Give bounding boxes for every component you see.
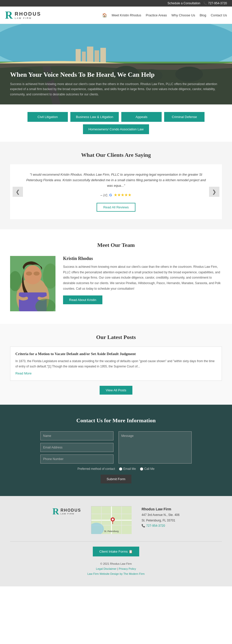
call-me-label: Call Me bbox=[144, 467, 155, 471]
google-icon: G bbox=[109, 193, 112, 197]
hero-body: Success is achieved from knowing more ab… bbox=[10, 82, 222, 97]
designer-link[interactable]: Law Firm Website Design by The Modern Fi… bbox=[88, 572, 145, 575]
copyright: © 2021 Rhodus Law Firm bbox=[10, 561, 222, 566]
logo-text: RHODUS LAW FIRM bbox=[15, 11, 41, 19]
footer-top: R RHODUS LAW FIRM bbox=[10, 506, 222, 534]
author-name: – J.C. bbox=[101, 194, 108, 197]
header: R RHODUS LAW FIRM 🏠 Meet Kristin Rhodus … bbox=[0, 7, 232, 24]
team-member-name: Kristin Rhodus bbox=[63, 256, 222, 261]
email-radio[interactable] bbox=[119, 467, 122, 471]
testimonial-box: ❮ "I would recommend Kristin Rhodus. Rho… bbox=[10, 164, 222, 219]
footer: R RHODUS LAW FIRM bbox=[0, 496, 232, 586]
civil-litigation-btn[interactable]: Civil Litigation bbox=[27, 112, 68, 122]
home-icon[interactable]: 🏠 bbox=[102, 13, 107, 18]
name-field[interactable] bbox=[40, 431, 113, 440]
team-member-bio: Success is achieved from knowing more ab… bbox=[63, 264, 222, 291]
svg-point-32 bbox=[112, 518, 114, 520]
submit-btn[interactable]: Submit Form bbox=[101, 475, 131, 483]
testimonial-prev-btn[interactable]: ❮ bbox=[13, 187, 23, 197]
phone-icon: 📞 bbox=[203, 2, 207, 5]
svg-rect-8 bbox=[100, 48, 106, 64]
testimonial-next-btn[interactable]: ❯ bbox=[209, 187, 219, 197]
footer-logo-sub: LAW FIRM bbox=[61, 513, 81, 515]
schedule-consultation[interactable]: Schedule a Consultation bbox=[167, 2, 200, 5]
call-radio[interactable] bbox=[140, 467, 143, 471]
top-bar: Schedule a Consultation 📞 727-954-3720 bbox=[0, 0, 232, 7]
kristin-photo bbox=[10, 256, 55, 311]
intake-btn[interactable]: Client Intake Forms 📋 bbox=[93, 547, 139, 556]
business-law-btn[interactable]: Business Law & Litigation bbox=[70, 112, 119, 122]
email-me-option[interactable]: Email Me bbox=[119, 467, 136, 471]
posts-heading: Our Latest Posts bbox=[10, 334, 222, 340]
posts-section: Our Latest Posts Criteria for a Motion t… bbox=[0, 324, 232, 405]
hero-section: When Your Voice Needs To Be Heard, We Ca… bbox=[0, 24, 232, 104]
testimonial-author: – J.C. G ★★★★★ bbox=[25, 193, 207, 197]
form-right bbox=[119, 431, 192, 464]
footer-phone-icon: 📞 bbox=[141, 524, 145, 527]
footer-logo-r: R bbox=[52, 506, 59, 517]
view-all-btn[interactable]: View All Posts bbox=[100, 386, 132, 395]
hero-heading: When Your Voice Needs To Be Heard, We Ca… bbox=[10, 71, 222, 79]
team-photo bbox=[10, 256, 55, 311]
logo-name: RHODUS bbox=[15, 11, 41, 17]
footer-map: St. Petersburg bbox=[91, 506, 131, 534]
practice-areas-section: Civil Litigation Business Law & Litigati… bbox=[0, 104, 232, 142]
footer-phone[interactable]: 727-954-3720 bbox=[146, 524, 165, 527]
nav-blog[interactable]: Blog bbox=[200, 13, 206, 17]
nav-practice[interactable]: Practice Areas bbox=[146, 13, 167, 17]
form-left bbox=[40, 431, 113, 464]
logo-sub: LAW FIRM bbox=[15, 17, 41, 19]
logo-r: R bbox=[5, 9, 13, 21]
message-field[interactable] bbox=[119, 431, 192, 464]
footer-bottom: Client Intake Forms 📋 © 2021 Rhodus Law … bbox=[10, 547, 222, 576]
main-nav: 🏠 Meet Kristin Rhodus Practice Areas Why… bbox=[102, 13, 227, 18]
team-info: Kristin Rhodus Success is achieved from … bbox=[63, 256, 222, 304]
logo[interactable]: R RHODUS LAW FIRM bbox=[5, 9, 41, 21]
preferred-label: Preferred method of contact bbox=[77, 467, 115, 471]
footer-address: Rhodus Law Firm 447 3rd Avenue N., Ste. … bbox=[141, 506, 180, 529]
phone-field[interactable] bbox=[40, 454, 113, 464]
firm-name: Rhodus Law Firm bbox=[141, 507, 171, 511]
contact-form bbox=[40, 431, 192, 464]
call-me-option[interactable]: Call Me bbox=[140, 467, 155, 471]
svg-point-19 bbox=[34, 272, 40, 276]
hero-overlay: When Your Voice Needs To Be Heard, We Ca… bbox=[0, 63, 232, 104]
team-heading: Meet Our Team bbox=[10, 242, 222, 248]
footer-divider bbox=[10, 541, 222, 542]
privacy-policy-link[interactable]: Privacy Policy bbox=[119, 567, 136, 570]
footer-logo-name: RHODUS bbox=[61, 508, 81, 513]
read-reviews-btn[interactable]: Read All Reviews bbox=[97, 203, 135, 212]
nav-contact[interactable]: Contact Us bbox=[211, 13, 227, 17]
svg-point-17 bbox=[24, 265, 42, 284]
testimonials-heading: What Our Clients Are Saying bbox=[10, 152, 222, 158]
contact-section: Contact Us for More Information Preferre… bbox=[0, 405, 232, 496]
svg-point-18 bbox=[26, 272, 32, 276]
star-rating: ★★★★★ bbox=[114, 193, 131, 197]
testimonials-section: What Our Clients Are Saying ❮ "I would r… bbox=[0, 142, 232, 229]
address-line2: St. Petersburg, FL 33701 bbox=[141, 519, 175, 522]
post-card: Criteria for a Motion to Vacate Default … bbox=[10, 347, 222, 381]
read-about-btn[interactable]: Read About Kristin bbox=[63, 295, 102, 304]
criminal-defense-btn[interactable]: Criminal Defense bbox=[164, 112, 205, 122]
team-section: Meet Our Team Kris bbox=[0, 229, 232, 324]
contact-method: Preferred method of contact Email Me Cal… bbox=[10, 467, 222, 471]
hoa-btn[interactable]: Homeowners/ Condo Association Law bbox=[83, 124, 149, 134]
nav-why[interactable]: Why Choose Us bbox=[171, 13, 195, 17]
address-line1: 447 3rd Avenue N., Ste. 406 bbox=[141, 513, 180, 517]
contact-heading: Contact Us for More Information bbox=[10, 417, 222, 424]
footer-logo: R RHODUS LAW FIRM bbox=[52, 506, 81, 517]
email-field[interactable] bbox=[40, 443, 113, 452]
legal-disclaimer-link[interactable]: Legal Disclaimer bbox=[96, 567, 117, 570]
email-me-label: Email Me bbox=[123, 467, 136, 471]
post-excerpt: In 1873, the Florida Legislature enacted… bbox=[15, 359, 217, 369]
post-title: Criteria for a Motion to Vacate Default … bbox=[15, 352, 217, 356]
read-more-link[interactable]: Read More bbox=[15, 371, 32, 375]
team-content: Kristin Rhodus Success is achieved from … bbox=[10, 256, 222, 311]
appeals-btn[interactable]: Appeals bbox=[121, 112, 162, 122]
footer-legal: © 2021 Rhodus Law Firm Legal Disclaimer … bbox=[10, 561, 222, 576]
top-phone: 📞 727-954-3720 bbox=[203, 2, 227, 5]
nav-meet[interactable]: Meet Kristin Rhodus bbox=[112, 13, 141, 17]
map-label: St. Petersburg bbox=[104, 530, 119, 533]
practice-buttons: Civil Litigation Business Law & Litigati… bbox=[10, 112, 222, 134]
testimonial-quote: "I would recommend Kristin Rhodus. Rhodu… bbox=[25, 172, 207, 188]
